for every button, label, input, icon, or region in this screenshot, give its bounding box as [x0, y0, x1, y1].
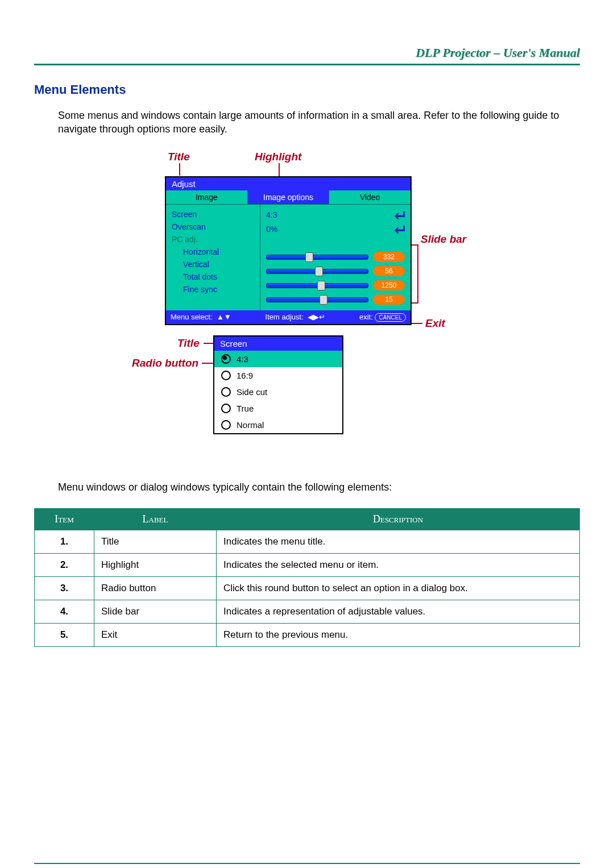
osd-label: Overscan: [172, 221, 254, 233]
submenu-item[interactable]: Normal: [214, 417, 342, 433]
submenu-item[interactable]: 16:9: [214, 367, 342, 384]
cell-label: Highlight: [94, 553, 217, 576]
intro-text: Some menus and windows contain large amo…: [58, 109, 580, 136]
osd-value-row[interactable]: 0%: [266, 222, 405, 236]
cell-label: Title: [94, 530, 217, 553]
cell-desc: Return to the previous menu.: [217, 623, 580, 646]
slider-row[interactable]: 1250: [266, 279, 405, 293]
osd-value-row[interactable]: 4:3: [266, 208, 405, 222]
th-label: Label: [94, 508, 217, 530]
osd-label: Fine sync: [172, 283, 254, 296]
section-title: Menu Elements: [34, 82, 580, 97]
osd-controls-column: 4:3 0% 332 56: [260, 205, 410, 310]
submenu-item-label: True: [237, 404, 254, 413]
table-row: 1.TitleIndicates the menu title.: [35, 530, 580, 553]
slider-value: 15: [373, 294, 405, 305]
cell-label: Slide bar: [94, 600, 217, 623]
enter-icon: [395, 210, 405, 219]
radio-icon[interactable]: [221, 420, 231, 430]
cell-label: Radio button: [94, 576, 217, 600]
radio-icon[interactable]: [221, 371, 231, 380]
doc-header: DLP Projector – User's Manual: [34, 45, 580, 60]
osd-title: Adjust: [166, 177, 410, 190]
slider-value: 332: [373, 252, 405, 262]
table-row: 4.Slide barIndicates a representation of…: [35, 600, 580, 623]
slider[interactable]: [266, 297, 368, 302]
callout-radio: Radio button: [132, 357, 198, 369]
tab-image-options[interactable]: Image options: [248, 190, 330, 204]
callout-highlight: Highlight: [255, 151, 301, 163]
elements-table: Item Label Description 1.TitleIndicates …: [34, 508, 580, 647]
cell-item: 3.: [35, 576, 94, 600]
table-row: 3.Radio buttonClick this round button to…: [35, 576, 580, 600]
cell-item: 2.: [35, 553, 94, 576]
cell-item: 4.: [35, 600, 94, 623]
table-row: 5.ExitReturn to the previous menu.: [35, 623, 580, 646]
radio-icon[interactable]: [221, 354, 231, 364]
cell-desc: Indicates the menu title.: [217, 530, 580, 553]
cell-desc: Indicates the selected menu or item.: [217, 553, 580, 576]
slider[interactable]: [266, 255, 368, 260]
slider-row[interactable]: 56: [266, 264, 405, 279]
slider[interactable]: [266, 283, 368, 288]
radio-icon[interactable]: [221, 404, 231, 413]
tab-image[interactable]: Image: [166, 190, 248, 204]
callout-exit: Exit: [425, 317, 445, 330]
callout-slidebar: Slide bar: [421, 233, 466, 246]
th-desc: Description: [217, 508, 580, 530]
slider-row[interactable]: 332: [266, 250, 405, 264]
callout-title: Title: [168, 151, 190, 163]
submenu-item-label: 4:3: [237, 354, 248, 364]
cell-item: 1.: [35, 530, 94, 553]
osd-label: Screen: [172, 208, 254, 221]
cell-desc: Indicates a representation of adjustable…: [217, 600, 580, 623]
tab-video[interactable]: Video: [329, 190, 410, 204]
submenu-title: Screen: [214, 337, 342, 351]
osd-label: Total dots: [172, 271, 254, 283]
radio-icon[interactable]: [221, 387, 231, 397]
cell-item: 5.: [35, 623, 94, 646]
osd-label: PC adj.: [172, 233, 254, 246]
cell-desc: Click this round button to select an opt…: [217, 576, 580, 600]
osd-labels-column: Screen Overscan PC adj. Horizontal Verti…: [166, 205, 260, 310]
value-screen: 4:3: [266, 210, 390, 219]
cell-label: Exit: [94, 623, 217, 646]
footer-itemadjust: Item adjust:: [265, 313, 304, 321]
header-rule: [34, 64, 580, 65]
submenu-item-label: Normal: [237, 420, 264, 430]
submenu-window: Screen 4:3 16:9 Side cut True Normal: [213, 335, 343, 434]
enter-icon: [395, 225, 405, 234]
slider[interactable]: [266, 269, 368, 274]
th-item: Item: [35, 508, 94, 530]
slider-value: 1250: [373, 280, 405, 290]
table-row: 2.HighlightIndicates the selected menu o…: [35, 553, 580, 576]
value-overscan: 0%: [266, 225, 390, 234]
osd-footer: Menu select: ▲▼ Item adjust: ◀▶↵ exit: C…: [166, 310, 410, 324]
submenu-item-label: 16:9: [237, 371, 253, 380]
footer-menuselect: Menu select:: [171, 313, 213, 321]
footer-rule: [34, 863, 580, 864]
submenu-item[interactable]: 4:3: [214, 351, 342, 367]
osd-tabs: Image Image options Video: [166, 190, 410, 205]
osd-label: Horizontal: [172, 246, 254, 258]
osd-label: Vertical: [172, 258, 254, 271]
submenu-item[interactable]: Side cut: [214, 384, 342, 400]
cancel-badge: CANCEL: [375, 313, 406, 322]
osd-diagram: Title Highlight Slide bar Exit Title Rad…: [85, 151, 529, 469]
submenu-item[interactable]: True: [214, 400, 342, 417]
submenu-item-label: Side cut: [237, 387, 267, 397]
callout-line: [179, 163, 180, 176]
callout-title2: Title: [177, 337, 200, 350]
osd-window: Adjust Image Image options Video Screen …: [165, 176, 412, 325]
slider-row[interactable]: 15: [266, 293, 405, 307]
slider-value: 56: [373, 266, 405, 276]
intro2-text: Menu windows or dialog windows typically…: [58, 480, 580, 494]
footer-exit: exit:: [359, 313, 373, 321]
